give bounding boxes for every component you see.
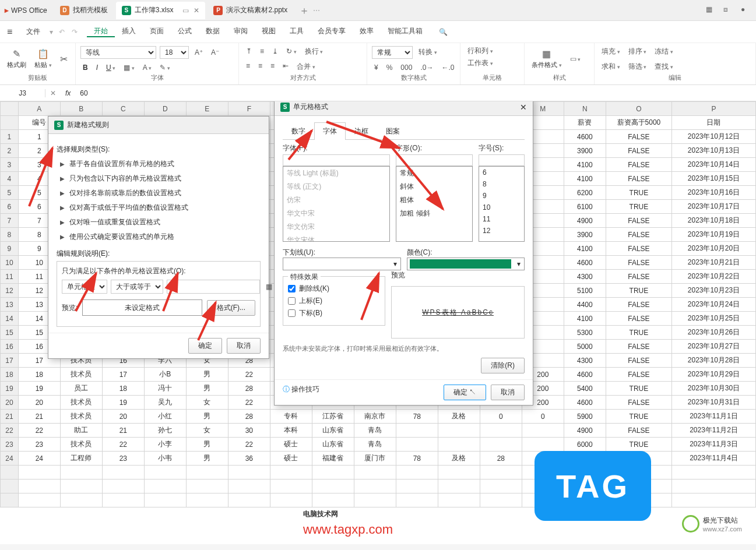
col-header[interactable]: D [144,102,186,116]
cell[interactable]: 小李 [144,438,186,452]
font-style-input[interactable] [396,154,473,166]
cell[interactable]: 男 [186,368,228,382]
cell[interactable]: 硕士 [270,438,312,452]
cell[interactable]: 4900 [564,424,606,438]
cell[interactable]: 4400 [564,298,606,312]
cell[interactable] [480,424,522,438]
cell[interactable]: 2023年10月13日 [671,144,755,158]
cell[interactable]: 青岛 [354,438,396,452]
cell[interactable]: 及格 [438,452,480,466]
cell[interactable]: FALSE [606,172,671,186]
file-menu[interactable]: 文件 [19,27,47,37]
cell[interactable]: 3900 [564,228,606,242]
superscript-checkbox[interactable]: 上标(E) [288,296,380,306]
cell[interactable]: 21 [18,410,60,424]
cell[interactable]: 19 [18,382,60,396]
hamburger-icon[interactable]: ≡ [7,27,12,37]
cell[interactable]: 4600 [564,396,606,410]
cell[interactable]: FALSE [606,130,671,144]
cell[interactable]: 22 [102,438,144,452]
cell[interactable]: 女 [186,396,228,410]
cell[interactable]: 女 [186,424,228,438]
align-right-icon[interactable]: ≡ [268,61,277,72]
col-header[interactable]: P [671,102,755,116]
cell[interactable]: 2023年10月16日 [671,186,755,200]
dlg1-cancel-button[interactable]: 取消 [227,338,261,354]
cell[interactable]: 4600 [564,130,606,144]
cellfmt-tab-字体[interactable]: 字体 [314,122,346,140]
cellfmt-tab-数字[interactable]: 数字 [283,122,314,140]
cell[interactable]: 冯十 [144,382,186,396]
cellfmt-tab-图案[interactable]: 图案 [377,122,409,140]
doc-tab[interactable]: D找稻壳模板 [54,2,114,19]
cell[interactable] [438,424,480,438]
cell[interactable]: FALSE [606,340,671,354]
cell[interactable]: FALSE [606,228,671,242]
worksheet-button[interactable]: 工作表 [465,58,495,69]
font-name-select[interactable]: 等线 [80,46,156,59]
list-option[interactable]: 常规 [396,167,472,180]
cell[interactable]: 男 [186,438,228,452]
underline-select[interactable]: ▾ [283,258,401,270]
find-button[interactable]: 查找 [652,61,676,72]
align-mid-icon[interactable]: ≡ [258,47,266,56]
row-header[interactable]: 22 [1,424,19,438]
list-option[interactable]: 粗体 [396,193,472,207]
cond-format-button[interactable]: ▦条件格式 [529,47,564,70]
list-option[interactable]: 华文宋体 [283,234,389,242]
color-select[interactable]: ▾ [407,258,525,270]
cell[interactable]: FALSE [606,144,671,158]
cell[interactable]: FALSE [606,256,671,270]
tab-menu-icon[interactable]: ⋯ [313,6,320,15]
inc-font-icon[interactable]: A⁺ [192,48,205,57]
percent-icon[interactable]: % [384,63,395,72]
cell[interactable]: 22 [18,424,60,438]
orient-icon[interactable]: ↻ [284,47,299,56]
cell[interactable]: FALSE [606,242,671,256]
cell[interactable]: 厦门市 [354,452,396,466]
menu-审阅[interactable]: 审阅 [227,26,255,37]
row-header[interactable]: 6 [1,200,19,214]
cell[interactable]: TRUE [606,284,671,298]
list-option[interactable]: 华文中宋 [283,207,389,220]
row-header[interactable]: 5 [1,186,19,200]
rule-option[interactable]: ▶仅对唯一值或重复值设置格式 [57,215,261,230]
strike-checkbox[interactable]: 删除线(K) [288,284,380,294]
rule-option[interactable]: ▶基于各自值设置所有单元格的格式 [57,157,261,171]
cell[interactable]: 专科 [270,410,312,424]
cell[interactable]: 小红 [144,410,186,424]
cell[interactable]: 2023年10月19日 [671,228,755,242]
currency-icon[interactable]: ¥ [372,63,381,72]
cell[interactable]: 技术员 [60,438,102,452]
cell[interactable]: 30 [228,424,270,438]
cell[interactable]: 21 [102,424,144,438]
list-option[interactable]: 等线 (正文) [283,180,389,193]
cell[interactable]: 薪资 [564,116,606,130]
bold-button[interactable]: B [80,63,90,72]
fill-button[interactable]: 填充 [599,46,623,57]
cell[interactable] [396,424,438,438]
cell[interactable]: TRUE [606,438,671,452]
undo-icon[interactable]: ↶ [59,28,65,36]
align-center-icon[interactable]: ≡ [256,61,265,72]
cell[interactable]: 2023年10月21日 [671,256,755,270]
cell[interactable]: 2023年10月22日 [671,270,755,284]
cell[interactable] [522,424,564,438]
cell[interactable]: 技术员 [60,410,102,424]
dlg1-ok-button[interactable]: 确定 [188,338,222,354]
cell[interactable]: 2023年11月4日 [671,452,755,466]
dec-inc-icon[interactable]: .0→ [418,63,435,72]
cell[interactable]: 2023年10月30日 [671,382,755,396]
cell[interactable]: 0 [480,410,522,424]
cell[interactable]: TRUE [606,326,671,340]
cell[interactable]: 男 [186,382,228,396]
list-option[interactable]: 仿宋 [283,193,389,207]
row-header[interactable] [1,116,19,130]
paste-button[interactable]: 📋粘贴 [32,47,54,70]
menu-页面[interactable]: 页面 [143,26,171,37]
dlg2-ok-button[interactable]: 确定 ↖ [444,385,486,400]
cell[interactable]: 薪资高于5000 [606,116,671,130]
menu-效率[interactable]: 效率 [353,26,381,37]
col-header[interactable]: C [102,102,144,116]
cell[interactable]: 5400 [564,382,606,396]
